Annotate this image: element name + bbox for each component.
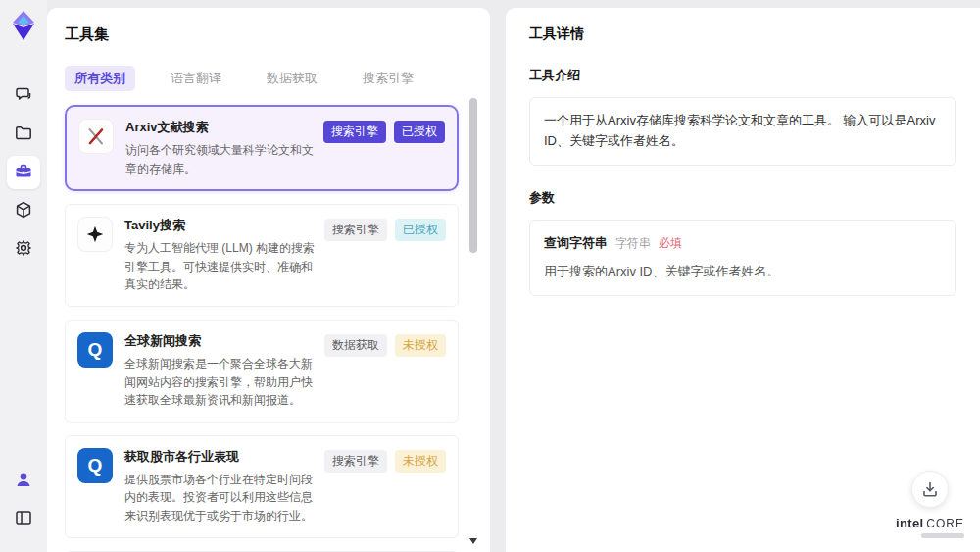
rail-item-gear-icon[interactable] (7, 232, 40, 266)
category-badge: 搜索引擎 (324, 450, 387, 473)
brand-bar (921, 533, 964, 538)
tool-name: Tavily搜索 (124, 217, 315, 234)
tool-card-body: Tavily搜索 专为人工智能代理 (LLM) 构建的搜索引擎工具。可快速提供实… (124, 217, 324, 294)
param-description: 用于搜索的Arxiv ID、关键字或作者姓名。 (544, 262, 942, 282)
main-area: 工具集 所有类别语言翻译数据获取搜索引擎 Arxiv文献搜索 访问各个研究领域大… (47, 0, 980, 552)
tool-description: 访问各个研究领域大量科学论文和文章的存储库。 (125, 141, 314, 177)
app-logo-icon[interactable] (9, 10, 38, 41)
tool-badges: 搜索引擎 已授权 (324, 219, 446, 241)
details-title: 工具详情 (529, 25, 956, 43)
cube-icon (14, 200, 33, 223)
star-icon (85, 225, 105, 244)
blue-search-icon: Q (88, 455, 103, 477)
brand-core: core (926, 517, 964, 530)
user-icon (14, 470, 33, 492)
list-scrollbar[interactable] (469, 92, 477, 544)
tool-card[interactable]: Arxiv文献搜索 访问各个研究领域大量科学论文和文章的存储库。 搜索引擎 已授… (65, 105, 459, 191)
tool-card[interactable]: Q 获取股市各行业表现 提供股票市场各个行业在特定时间段内的表现。投资者可以利用… (65, 435, 459, 538)
rail-item-cube-icon[interactable] (7, 194, 40, 227)
auth-status-badge: 已授权 (394, 121, 445, 143)
tool-name: Arxiv文献搜索 (125, 119, 314, 136)
arxiv-logo-icon (78, 119, 114, 154)
tool-list: Arxiv文献搜索 访问各个研究领域大量科学论文和文章的存储库。 搜索引擎 已授… (65, 105, 490, 552)
arxiv-logo-icon (85, 125, 107, 147)
intel-core-logo: intel core (896, 516, 964, 530)
rail-item-user-icon[interactable] (7, 464, 40, 497)
download-button[interactable] (911, 471, 949, 508)
scrollbar-thumb[interactable] (469, 98, 477, 253)
briefcase-icon (14, 162, 33, 184)
params-section-title: 参数 (529, 189, 956, 207)
toolset-panel: 工具集 所有类别语言翻译数据获取搜索引擎 Arxiv文献搜索 访问各个研究领域大… (47, 8, 490, 552)
folder-icon (14, 124, 33, 146)
rail-item-panel-toggle-icon[interactable] (7, 502, 40, 535)
category-tab[interactable]: 数据获取 (257, 66, 327, 91)
auth-status-badge: 未授权 (395, 334, 446, 357)
toolset-title: 工具集 (65, 25, 490, 44)
param-required-flag: 必填 (659, 234, 682, 253)
auth-status-badge: 未授权 (395, 450, 446, 473)
blue-search-icon: Q (77, 448, 113, 483)
category-tab[interactable]: 所有类别 (65, 66, 135, 91)
tool-description: 提供股票市场各个行业在特定时间段内的表现。投资者可以利用这些信息来识别表现优于或… (124, 471, 315, 526)
blue-search-icon: Q (88, 339, 103, 361)
category-tabs: 所有类别语言翻译数据获取搜索引擎 (65, 66, 490, 91)
category-tab[interactable]: 语言翻译 (161, 66, 231, 91)
panel-toggle-icon (14, 508, 33, 530)
tool-card-body: Arxiv文献搜索 访问各个研究领域大量科学论文和文章的存储库。 (125, 119, 323, 177)
tool-card[interactable]: Q 全球新闻搜索 全球新闻搜索是一个聚合全球各大新闻网站内容的搜索引擎，帮助用户… (65, 320, 459, 423)
tool-badges: 搜索引擎 已授权 (323, 121, 445, 143)
category-badge: 数据获取 (324, 334, 387, 357)
brand-intel: intel (896, 516, 923, 530)
rail-bottom (7, 459, 40, 540)
chat-icon (14, 85, 33, 108)
blue-search-icon: Q (77, 332, 113, 368)
tool-name: 获取股市各行业表现 (124, 448, 315, 466)
tool-description: 专为人工智能代理 (LLM) 构建的搜索引擎工具。可快速提供实时、准确和真实的结… (124, 239, 315, 294)
scrollbar-down-arrow[interactable] (469, 538, 477, 544)
corner-widgets: intel core (896, 471, 964, 538)
auth-status-badge: 已授权 (395, 219, 446, 241)
tool-name: 全球新闻搜索 (124, 332, 315, 350)
category-badge: 搜索引擎 (324, 219, 387, 241)
intro-section-title: 工具介绍 (529, 67, 956, 84)
tool-description: 全球新闻搜索是一个聚合全球各大新闻网站内容的搜索引擎，帮助用户快速获取全球最新资… (124, 355, 315, 410)
rail-item-chat-icon[interactable] (7, 79, 40, 113)
category-tab[interactable]: 搜索引擎 (353, 66, 423, 91)
param-box: 查询字符串 字符串 必填 用于搜索的Arxiv ID、关键字或作者姓名。 (529, 220, 956, 297)
param-head: 查询字符串 字符串 必填 (544, 233, 942, 254)
tool-card-body: 全球新闻搜索 全球新闻搜索是一个聚合全球各大新闻网站内容的搜索引擎，帮助用户快速… (124, 332, 324, 410)
left-icon-rail (0, 0, 47, 552)
star-icon (77, 217, 113, 252)
download-icon (921, 480, 939, 498)
tool-intro-box: 一个用于从Arxiv存储库搜索科学论文和文章的工具。 输入可以是Arxiv ID… (529, 97, 956, 166)
rail-item-folder-icon[interactable] (7, 118, 40, 151)
tool-card-body: 获取股市各行业表现 提供股票市场各个行业在特定时间段内的表现。投资者可以利用这些… (124, 448, 324, 526)
tool-badges: 数据获取 未授权 (324, 334, 446, 357)
rail-nav (7, 75, 40, 271)
param-type: 字符串 (615, 234, 651, 253)
tool-card[interactable]: Tavily搜索 专为人工智能代理 (LLM) 构建的搜索引擎工具。可快速提供实… (65, 204, 459, 307)
category-badge: 搜索引擎 (323, 121, 386, 143)
gear-icon (14, 238, 33, 261)
param-name: 查询字符串 (544, 233, 608, 254)
rail-item-briefcase-icon[interactable] (7, 156, 40, 189)
tool-badges: 搜索引擎 未授权 (324, 450, 446, 473)
